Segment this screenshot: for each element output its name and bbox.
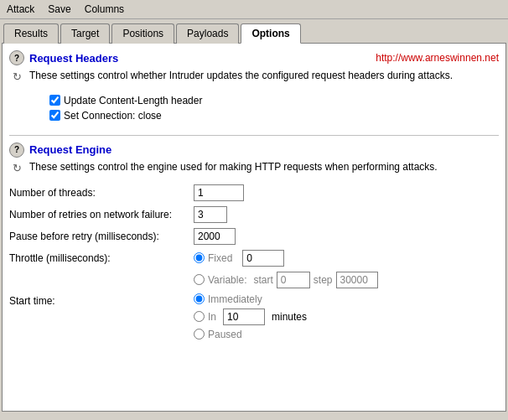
menu-save[interactable]: Save [44,2,74,17]
checkbox-row-connection: Set Connection: close [49,110,499,122]
start-time-row: Start time: Immediately In minutes Pause… [9,293,499,340]
help-icon-request-headers[interactable]: ? [9,50,24,65]
pause-input[interactable] [194,228,236,245]
tab-target[interactable]: Target [60,23,110,44]
request-engine-section: ? Request Engine ↻ These settings contro… [9,143,499,340]
throttle-start-input[interactable] [277,272,310,288]
throttle-step-label: step [314,274,333,286]
throttle-row: Throttle (milliseconds): Fixed [9,250,499,267]
start-minutes-label: minutes [272,311,307,323]
throttle-step-input[interactable] [336,272,378,288]
request-headers-section: ? Request Headers http://www.arneswinnen… [9,50,499,122]
threads-input[interactable] [194,184,244,201]
retries-row: Number of retries on network failure: [9,206,499,223]
section-header-request-engine: ? Request Engine [9,143,499,158]
request-engine-desc: These settings control the engine used f… [29,161,438,173]
start-immediately-row: Immediately [194,293,307,305]
threads-row: Number of threads: [9,184,499,201]
checkbox-connection[interactable] [49,110,60,121]
tab-payloads[interactable]: Payloads [176,23,239,44]
start-in-row: In minutes [194,309,307,325]
menubar: Attack Save Columns [0,0,508,19]
throttle-label: Throttle (milliseconds): [9,252,194,264]
refresh-icon-request-headers[interactable]: ↻ [9,69,24,84]
pause-label: Pause before retry (milliseconds): [9,231,194,242]
start-options: Immediately In minutes Paused [194,293,307,340]
checkbox-connection-label: Set Connection: close [64,110,162,122]
start-paused-radio[interactable] [194,329,205,340]
request-headers-desc: These settings control whether Intruder … [29,69,453,83]
pause-row: Pause before retry (milliseconds): [9,228,499,245]
request-headers-options: Update Content-Length header Set Connect… [49,95,499,122]
tab-results[interactable]: Results [3,23,59,44]
tab-positions[interactable]: Positions [111,23,174,44]
tabbar: Results Target Positions Payloads Option… [0,19,508,43]
request-headers-url: http://www.arneswinnen.net [376,52,499,64]
checkbox-content-length[interactable] [49,95,60,106]
throttle-start-label: start [253,274,272,286]
section-divider [9,135,499,136]
start-time-label: Start time: [9,293,194,307]
throttle-variable-row: Variable: start step [194,272,499,288]
retries-input[interactable] [194,206,227,223]
help-icon-request-engine[interactable]: ? [9,143,24,158]
tab-options[interactable]: Options [241,23,300,44]
request-engine-title: Request Engine [29,143,111,156]
checkbox-content-length-label: Update Content-Length header [64,95,202,106]
menu-columns[interactable]: Columns [81,2,127,17]
throttle-fixed-group: Fixed [194,250,284,267]
start-paused-row: Paused [194,329,307,340]
throttle-variable-radio[interactable] [194,274,205,285]
throttle-fixed-label: Fixed [208,252,232,264]
start-in-label: In [208,311,216,323]
checkbox-row-content-length: Update Content-Length header [49,95,499,106]
start-immediately-label: Immediately [208,293,262,305]
threads-label: Number of threads: [9,187,194,199]
start-in-radio[interactable] [194,311,205,322]
refresh-icon-request-engine[interactable]: ↻ [9,161,24,176]
start-in-input[interactable] [223,309,265,325]
main-content: ? Request Headers http://www.arneswinnen… [2,43,506,412]
start-paused-label: Paused [208,329,242,340]
start-immediately-radio[interactable] [194,293,205,304]
request-headers-title: Request Headers [29,52,118,65]
retries-label: Number of retries on network failure: [9,209,194,220]
throttle-fixed-input[interactable] [242,250,284,267]
menu-attack[interactable]: Attack [3,2,38,17]
section-header-request-headers: ? Request Headers http://www.arneswinnen… [9,50,499,65]
throttle-variable-label: Variable: [208,274,246,286]
throttle-fixed-radio[interactable] [194,252,205,263]
